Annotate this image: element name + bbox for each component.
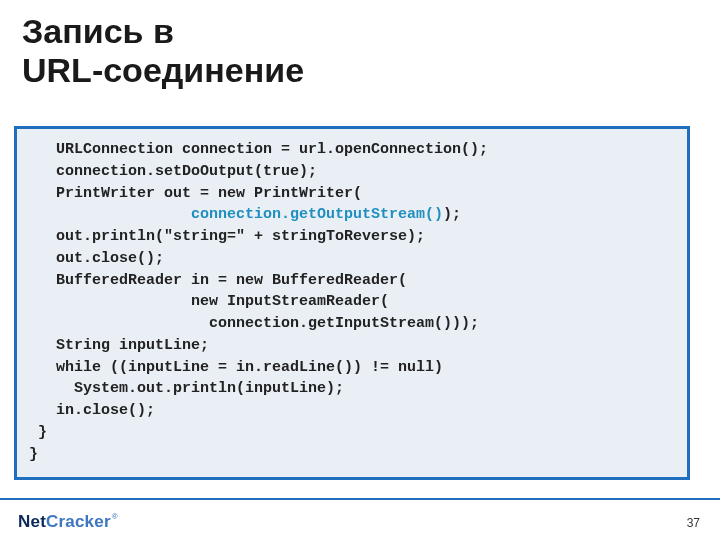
code-run: }: [29, 446, 38, 463]
code-run: new InputStreamReader(: [191, 293, 389, 310]
code-run: out.close();: [56, 250, 164, 267]
footer-divider: [0, 498, 720, 500]
logo-part-net: Net: [18, 512, 46, 531]
code-run: connection.setDoOutput(true);: [56, 163, 317, 180]
slide-title: Запись в URL-соединение: [22, 12, 304, 90]
footer: NetCracker® 37: [0, 498, 720, 540]
code-highlight-run: connection.getOutputStream(): [191, 206, 443, 223]
code-run: PrintWriter out = new PrintWriter(: [56, 185, 362, 202]
code-content: URLConnection connection = url.openConne…: [29, 139, 675, 465]
code-run: BufferedReader in = new BufferedReader(: [56, 272, 407, 289]
netcracker-logo: NetCracker®: [18, 512, 118, 532]
slide: Запись в URL-соединение URLConnection co…: [0, 0, 720, 540]
code-run: System.out.println(inputLine);: [74, 380, 344, 397]
logo-part-cracker: Cracker: [46, 512, 111, 531]
code-block: URLConnection connection = url.openConne…: [14, 126, 690, 480]
code-run: }: [38, 424, 47, 441]
code-run: while ((inputLine = in.readLine()) != nu…: [56, 359, 443, 376]
code-run: connection.getInputStream()));: [209, 315, 479, 332]
code-run: in.close();: [56, 402, 155, 419]
page-number: 37: [687, 516, 700, 530]
code-run: );: [443, 206, 461, 223]
code-run: URLConnection connection = url.openConne…: [56, 141, 488, 158]
logo-registered: ®: [112, 512, 118, 521]
code-run: out.println("string=" + stringToReverse)…: [56, 228, 425, 245]
code-run: String inputLine;: [56, 337, 209, 354]
